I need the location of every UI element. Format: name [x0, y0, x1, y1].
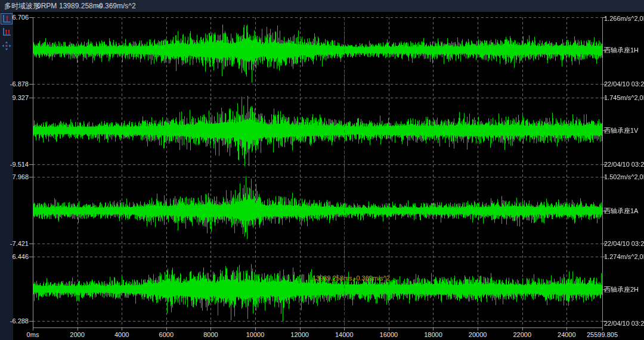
channel-name-ch1: 西轴承座1H [604, 46, 639, 55]
x-tick-label: 0ms [27, 331, 39, 338]
y-max-label-ch4: 6.446 [2, 253, 29, 260]
channel-info-ch1: 1.266m/s^2,0RPM [604, 15, 644, 22]
waveform-canvas[interactable] [29, 17, 606, 331]
x-tick-label: 4000 [114, 331, 129, 338]
channel-info-ch2: 1.745m/s^2,0RPM [604, 94, 644, 101]
x-tick-label: 24000 [558, 331, 576, 338]
y-min-label-ch2: -9.514 [2, 161, 29, 168]
channel-info-ch4: 1.274m/s^2,0RPM [604, 253, 644, 260]
pan-button[interactable] [1, 40, 13, 51]
pan-move-icon [2, 41, 11, 51]
title-bar: 多时域波形 0RPM 13989.258ms -0.369m/s^2 [0, 0, 644, 12]
x-tick-label: 25599.805 [587, 331, 618, 338]
channel-name-ch3: 西轴承座1A [604, 207, 638, 216]
channel-timestamp-ch1: 22/04/10 03:20:11 [604, 80, 644, 88]
y-max-label-ch1: 6.706 [2, 14, 29, 21]
channel-name-ch2: 西轴承座1V [604, 126, 638, 135]
x-tick-label: 12000 [290, 331, 309, 338]
x-tick-label: 2000 [70, 331, 84, 338]
x-tick-label: 6000 [159, 331, 174, 338]
x-tick-label: 20000 [469, 331, 487, 338]
double-cursor-button[interactable] [1, 26, 13, 38]
y-max-label-ch2: 9.327 [2, 94, 29, 101]
channel-info-ch3: 1.502m/s^2,0RPM [604, 173, 644, 180]
page-title: 多时域波形 [4, 0, 40, 12]
y-max-label-ch3: 7.968 [2, 173, 29, 180]
cursor-value-readout: -0.369m/s^2 [97, 0, 136, 12]
y-min-label-ch1: -6.878 [2, 80, 29, 88]
x-tick-label: 22000 [513, 331, 531, 338]
x-tick-label: 10000 [246, 331, 265, 338]
rpm-readout: 0RPM [37, 0, 57, 12]
y-min-label-ch3: -7.421 [2, 240, 29, 247]
cursor-annotation: 13989.258ms,-0.369m/s^2 [312, 275, 390, 282]
waveform-plot-area: 6.706 -6.878 9.327 -9.514 7.968 -7.421 6… [13, 12, 644, 340]
vibration-analysis-app: 多时域波形 0RPM 13989.258ms -0.369m/s^2 [0, 0, 644, 340]
x-tick-label: 18000 [424, 331, 442, 338]
channel-timestamp-ch3: 22/04/10 03:20:11 [604, 240, 644, 247]
channel-timestamp-ch4: 22/04/10 03:20:11 [604, 320, 644, 327]
x-tick-label: 8000 [203, 331, 218, 338]
channel-timestamp-ch2: 22/04/10 03:20:11 [604, 161, 644, 168]
cursor-time-readout: 13989.258ms [59, 0, 103, 12]
channel-name-ch4: 西轴承座2H [604, 285, 639, 294]
y-min-label-ch4: -6.288 [2, 317, 29, 325]
double-cursor-icon [2, 27, 11, 37]
x-tick-label: 14000 [335, 331, 354, 338]
x-tick-label: 16000 [380, 331, 398, 338]
